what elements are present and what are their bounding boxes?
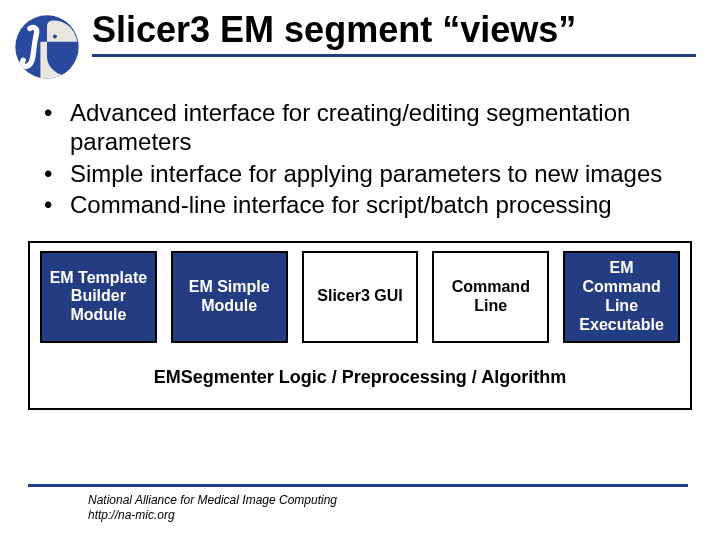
bullet-item: Command-line interface for script/batch … xyxy=(44,190,676,219)
bullet-item: Advanced interface for creating/editing … xyxy=(44,98,676,157)
box-em-simple-module: EM Simple Module xyxy=(171,251,288,343)
title-wrap: Slicer3 EM segment “views” xyxy=(92,10,696,57)
architecture-diagram: EM Template Builder Module EM Simple Mod… xyxy=(28,241,692,410)
box-slicer3-gui: Slicer3 GUI xyxy=(302,251,419,343)
box-em-template-builder: EM Template Builder Module xyxy=(40,251,157,343)
box-command-line: Command Line xyxy=(432,251,549,343)
footer-rule xyxy=(28,484,688,487)
footer-org: National Alliance for Medical Image Comp… xyxy=(88,493,692,507)
box-em-cli-executable: EM Command Line Executable xyxy=(563,251,680,343)
svg-point-2 xyxy=(53,34,57,38)
title-underline xyxy=(92,54,696,57)
bullet-item: Simple interface for applying parameters… xyxy=(44,159,676,188)
footer-text: National Alliance for Medical Image Comp… xyxy=(88,493,692,522)
diagram-top-row: EM Template Builder Module EM Simple Mod… xyxy=(30,243,690,351)
namic-logo xyxy=(14,14,80,84)
integral-head-icon xyxy=(14,14,80,80)
slide-header: Slicer3 EM segment “views” xyxy=(0,0,720,84)
slide-footer: National Alliance for Medical Image Comp… xyxy=(0,484,720,522)
slide-title: Slicer3 EM segment “views” xyxy=(92,10,696,50)
diagram-logic-row: EMSegmenter Logic / Preprocessing / Algo… xyxy=(30,351,690,408)
footer-url: http://na-mic.org xyxy=(88,508,692,522)
bullet-list: Advanced interface for creating/editing … xyxy=(0,84,720,219)
